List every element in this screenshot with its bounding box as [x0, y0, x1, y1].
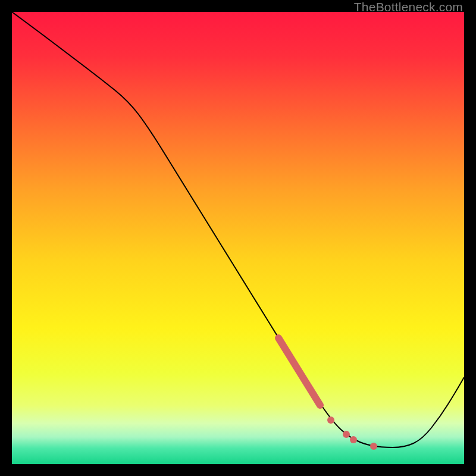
- highlight-dot: [343, 431, 350, 438]
- plot-area: [12, 12, 464, 464]
- gradient-background: [12, 12, 464, 464]
- highlight-dot: [327, 416, 334, 424]
- highlight-dot: [370, 443, 377, 450]
- watermark-text: TheBottleneck.com: [354, 0, 463, 14]
- highlight-dot: [350, 436, 357, 443]
- chart-svg: [12, 12, 464, 464]
- chart-frame: TheBottleneck.com: [0, 0, 476, 476]
